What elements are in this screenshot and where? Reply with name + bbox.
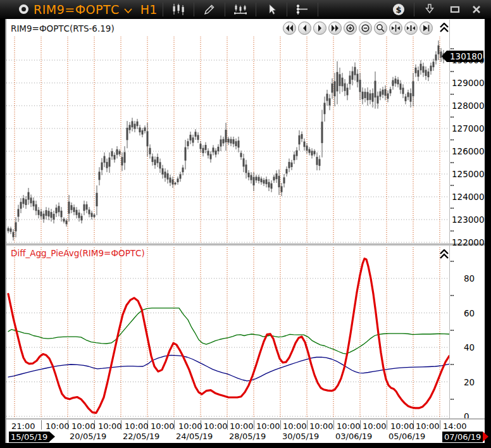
zoom-in-button[interactable] [344,22,357,35]
collapse-panel-icon[interactable] [439,23,449,32]
time-axis-tick [280,420,281,430]
price-minor-tick [451,71,452,72]
time-axis-tick [333,420,334,430]
price-axis-border [449,20,450,418]
time-tick-label: 10:00 [283,421,306,431]
zoom-out-icon [361,23,370,33]
time-tick-label: 10:00 [98,421,121,431]
chart-nav-toolbar [283,22,433,35]
symbol-title[interactable]: RIM9=ФОРТС [34,3,120,16]
scroll-fast-right-icon [330,23,340,33]
time-tick-label: 10:00 [363,421,386,431]
download-arrow-icon[interactable] [420,1,439,18]
zoom-in-icon [345,23,355,33]
zoom-range-icon [376,23,385,33]
zoom-range-button[interactable] [374,22,387,35]
price-tick-label: 124000 [452,192,485,202]
date-tick-label: 22/05/19 [123,432,159,441]
scroll-fast-left-button[interactable] [283,22,296,35]
time-axis-tick [307,420,308,430]
date-tick-label: 20/05/19 [70,432,106,441]
indicator-tick-label: 20 [464,377,475,387]
time-tick-label: 10:00 [230,421,253,431]
separator [225,3,225,16]
scroll-left-button[interactable] [298,22,311,35]
indicator-tick-label: 60 [464,308,475,318]
price-tick-label: 125000 [452,169,485,179]
price-minor-tick [451,139,452,140]
price-minor-tick [451,116,452,118]
time-tick-label: 10:00 [204,421,227,431]
cursor-icon[interactable] [262,1,281,18]
scroll-fast-right-button[interactable] [328,22,342,35]
terminal-window: RIM9=ФОРТС H1 $ [0,0,491,448]
time-axis-tick [41,420,42,430]
candlestick-chart-icon[interactable] [169,1,188,18]
record-circle-icon [19,4,28,14]
scroll-right-button[interactable] [313,22,326,35]
price-minor-tick [451,230,452,232]
price-panel-title: RIM9=ФОРТС(RTS-6.19) [11,23,115,34]
zoom-out-button[interactable] [359,22,372,35]
time-axis-border [6,418,485,420]
time-tick-label: 10:00 [178,421,202,431]
time-axis-tick [440,420,440,430]
compress-horizontal-button[interactable] [389,22,402,35]
indicator-minor-tick [451,330,452,331]
timeframe-label[interactable]: H1 [140,3,157,16]
bar-width-icon [406,23,416,33]
date-tick-label: 05/06/19 [388,432,425,441]
chevron-down-icon[interactable] [123,7,133,15]
separator [318,3,318,16]
end-date-badge: 07/06/19 [442,432,483,442]
indicator-minor-tick [451,295,452,296]
minimize-icon[interactable] [445,1,464,18]
time-tick-label: 10:00 [309,421,333,431]
price-minor-tick [451,185,452,186]
indicator-tick-label: 40 [464,342,475,352]
date-tick-label: 24/05/19 [176,432,213,441]
price-minor-tick [451,162,452,163]
candlestick-series [8,40,447,240]
chart-objects-icon[interactable] [231,1,250,18]
price-minor-tick [451,94,452,95]
price-minor-tick [451,208,452,209]
price-tick-label: 126000 [452,146,485,156]
indicator-minor-tick [451,399,452,400]
dollar-icon[interactable]: $ [389,1,408,18]
last-price-badge: 130180 [447,51,483,62]
date-tick-label: 30/05/19 [282,432,319,441]
scroll-right-icon [315,23,325,33]
time-tick-label: 21:00 [11,421,35,431]
time-axis-tick [254,420,254,430]
time-tick-label: 10:00 [125,421,148,431]
collapse-panel-icon[interactable] [439,249,449,259]
price-tick-label: 127000 [452,123,485,134]
indicator-line-main [8,259,449,413]
separator [414,3,414,16]
bar-width-button[interactable] [404,22,418,35]
separator [287,3,287,16]
indicator-tick-label: 0 [464,411,469,421]
price-tick-label: 129000 [452,78,485,88]
price-chart[interactable] [6,20,449,244]
price-tick-label: 128000 [452,101,485,111]
time-tick-label: 10:00 [416,421,439,431]
go-to-end-button[interactable] [420,22,433,35]
time-tick-label: 14:00 [443,421,466,431]
time-axis-tick [387,420,387,430]
indicator-chart[interactable] [6,246,449,418]
scroll-fast-left-icon [285,23,294,33]
pencil-icon[interactable] [200,1,219,18]
indicator-tick-label: 80 [464,273,475,283]
indicator-gridlines [6,247,449,417]
start-date-badge: 15/05/19 [9,432,49,442]
time-tick-label: 10:00 [151,421,174,431]
separator [194,3,194,16]
time-tick-label: 10:00 [337,421,360,431]
close-icon[interactable] [467,1,486,18]
indicator-minor-tick [451,364,452,365]
date-tick-label: 28/05/19 [229,432,266,441]
indicator-levels-icon[interactable] [293,1,312,18]
compress-horizontal-icon [391,23,401,33]
